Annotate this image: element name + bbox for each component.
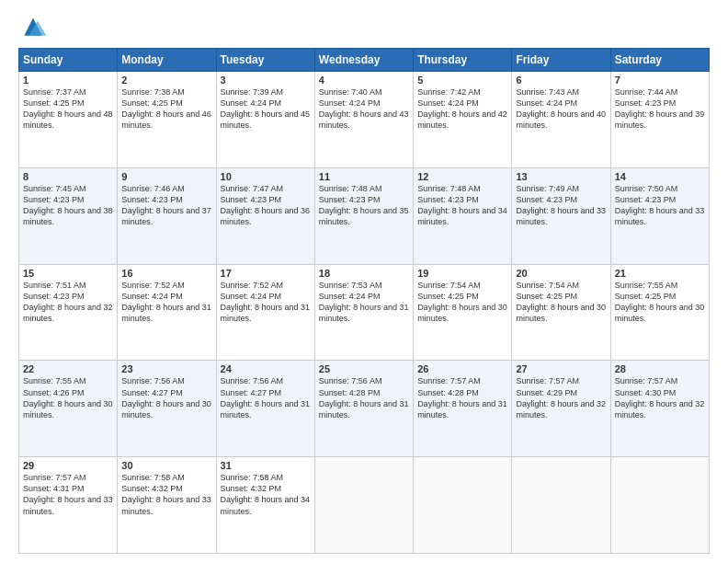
day-info: Sunrise: 7:55 AM Sunset: 4:25 PM Dayligh… bbox=[615, 280, 705, 325]
calendar-cell: 21Sunrise: 7:55 AM Sunset: 4:25 PM Dayli… bbox=[610, 264, 709, 361]
day-number: 18 bbox=[319, 268, 409, 279]
weekday-header-row: SundayMondayTuesdayWednesdayThursdayFrid… bbox=[19, 49, 710, 72]
calendar-week-row: 15Sunrise: 7:51 AM Sunset: 4:23 PM Dayli… bbox=[19, 264, 710, 361]
day-info: Sunrise: 7:57 AM Sunset: 4:28 PM Dayligh… bbox=[417, 375, 507, 420]
calendar-week-row: 1Sunrise: 7:37 AM Sunset: 4:25 PM Daylig… bbox=[19, 72, 710, 168]
calendar-cell: 26Sunrise: 7:57 AM Sunset: 4:28 PM Dayli… bbox=[414, 361, 512, 457]
day-info: Sunrise: 7:52 AM Sunset: 4:24 PM Dayligh… bbox=[121, 280, 211, 325]
weekday-header-wednesday: Wednesday bbox=[314, 49, 413, 72]
day-info: Sunrise: 7:57 AM Sunset: 4:31 PM Dayligh… bbox=[23, 472, 113, 517]
day-info: Sunrise: 7:57 AM Sunset: 4:30 PM Dayligh… bbox=[615, 375, 705, 420]
calendar-cell: 19Sunrise: 7:54 AM Sunset: 4:25 PM Dayli… bbox=[414, 264, 512, 361]
weekday-header-thursday: Thursday bbox=[414, 49, 512, 72]
day-number: 30 bbox=[121, 460, 211, 471]
calendar-cell: 20Sunrise: 7:54 AM Sunset: 4:25 PM Dayli… bbox=[512, 264, 610, 361]
calendar-cell: 10Sunrise: 7:47 AM Sunset: 4:23 PM Dayli… bbox=[216, 167, 314, 264]
calendar-cell: 23Sunrise: 7:56 AM Sunset: 4:27 PM Dayli… bbox=[118, 361, 216, 457]
day-number: 15 bbox=[23, 268, 113, 279]
day-info: Sunrise: 7:56 AM Sunset: 4:28 PM Dayligh… bbox=[319, 375, 409, 420]
calendar-cell: 18Sunrise: 7:53 AM Sunset: 4:24 PM Dayli… bbox=[314, 264, 413, 361]
day-info: Sunrise: 7:46 AM Sunset: 4:23 PM Dayligh… bbox=[121, 183, 211, 228]
day-info: Sunrise: 7:58 AM Sunset: 4:32 PM Dayligh… bbox=[121, 472, 211, 517]
calendar-cell: 8Sunrise: 7:45 AM Sunset: 4:23 PM Daylig… bbox=[19, 167, 118, 264]
calendar-cell: 30Sunrise: 7:58 AM Sunset: 4:32 PM Dayli… bbox=[118, 457, 216, 554]
calendar-cell: 14Sunrise: 7:50 AM Sunset: 4:23 PM Dayli… bbox=[610, 167, 709, 264]
day-number: 7 bbox=[615, 75, 705, 86]
day-info: Sunrise: 7:44 AM Sunset: 4:23 PM Dayligh… bbox=[615, 86, 705, 132]
calendar-cell: 29Sunrise: 7:57 AM Sunset: 4:31 PM Dayli… bbox=[19, 457, 118, 554]
calendar-cell: 12Sunrise: 7:48 AM Sunset: 4:23 PM Dayli… bbox=[414, 167, 512, 264]
calendar-cell: 25Sunrise: 7:56 AM Sunset: 4:28 PM Dayli… bbox=[314, 361, 413, 457]
day-info: Sunrise: 7:57 AM Sunset: 4:29 PM Dayligh… bbox=[516, 375, 606, 420]
day-info: Sunrise: 7:45 AM Sunset: 4:23 PM Dayligh… bbox=[23, 183, 113, 228]
day-number: 19 bbox=[417, 268, 507, 279]
day-info: Sunrise: 7:51 AM Sunset: 4:23 PM Dayligh… bbox=[23, 280, 113, 325]
calendar-table: SundayMondayTuesdayWednesdayThursdayFrid… bbox=[18, 48, 710, 554]
day-info: Sunrise: 7:54 AM Sunset: 4:25 PM Dayligh… bbox=[516, 280, 606, 325]
calendar-cell: 7Sunrise: 7:44 AM Sunset: 4:23 PM Daylig… bbox=[610, 72, 709, 168]
calendar-cell bbox=[414, 457, 512, 554]
calendar-cell bbox=[314, 457, 413, 554]
logo bbox=[18, 15, 51, 40]
calendar-cell: 6Sunrise: 7:43 AM Sunset: 4:24 PM Daylig… bbox=[512, 72, 610, 168]
day-info: Sunrise: 7:48 AM Sunset: 4:23 PM Dayligh… bbox=[319, 183, 409, 228]
header bbox=[18, 15, 710, 40]
day-number: 20 bbox=[516, 268, 606, 279]
day-number: 27 bbox=[516, 363, 606, 374]
calendar-cell: 1Sunrise: 7:37 AM Sunset: 4:25 PM Daylig… bbox=[19, 72, 118, 168]
day-info: Sunrise: 7:52 AM Sunset: 4:24 PM Dayligh… bbox=[221, 280, 311, 325]
day-info: Sunrise: 7:49 AM Sunset: 4:23 PM Dayligh… bbox=[516, 183, 606, 228]
weekday-header-saturday: Saturday bbox=[610, 49, 709, 72]
calendar-cell bbox=[512, 457, 610, 554]
calendar-cell: 24Sunrise: 7:56 AM Sunset: 4:27 PM Dayli… bbox=[216, 361, 314, 457]
page: SundayMondayTuesdayWednesdayThursdayFrid… bbox=[0, 0, 728, 563]
weekday-header-tuesday: Tuesday bbox=[216, 49, 314, 72]
calendar-cell: 31Sunrise: 7:58 AM Sunset: 4:32 PM Dayli… bbox=[216, 457, 314, 554]
day-info: Sunrise: 7:40 AM Sunset: 4:24 PM Dayligh… bbox=[319, 86, 409, 132]
day-number: 3 bbox=[221, 75, 311, 86]
day-info: Sunrise: 7:56 AM Sunset: 4:27 PM Dayligh… bbox=[121, 375, 211, 420]
calendar-cell: 3Sunrise: 7:39 AM Sunset: 4:24 PM Daylig… bbox=[216, 72, 314, 168]
day-number: 11 bbox=[319, 171, 409, 182]
calendar-cell: 4Sunrise: 7:40 AM Sunset: 4:24 PM Daylig… bbox=[314, 72, 413, 168]
logo-icon bbox=[18, 15, 48, 40]
day-info: Sunrise: 7:55 AM Sunset: 4:26 PM Dayligh… bbox=[23, 375, 113, 420]
calendar-cell: 28Sunrise: 7:57 AM Sunset: 4:30 PM Dayli… bbox=[610, 361, 709, 457]
day-number: 25 bbox=[319, 363, 409, 374]
calendar-cell: 17Sunrise: 7:52 AM Sunset: 4:24 PM Dayli… bbox=[216, 264, 314, 361]
day-number: 31 bbox=[221, 460, 311, 471]
day-number: 13 bbox=[516, 171, 606, 182]
day-info: Sunrise: 7:47 AM Sunset: 4:23 PM Dayligh… bbox=[221, 183, 311, 228]
day-number: 17 bbox=[221, 268, 311, 279]
day-info: Sunrise: 7:39 AM Sunset: 4:24 PM Dayligh… bbox=[221, 86, 311, 132]
weekday-header-sunday: Sunday bbox=[19, 49, 118, 72]
calendar-cell bbox=[610, 457, 709, 554]
day-info: Sunrise: 7:50 AM Sunset: 4:23 PM Dayligh… bbox=[615, 183, 705, 228]
day-number: 2 bbox=[121, 75, 211, 86]
day-number: 21 bbox=[615, 268, 705, 279]
day-number: 22 bbox=[23, 363, 113, 374]
day-info: Sunrise: 7:37 AM Sunset: 4:25 PM Dayligh… bbox=[23, 86, 113, 132]
day-number: 6 bbox=[516, 75, 606, 86]
calendar-week-row: 22Sunrise: 7:55 AM Sunset: 4:26 PM Dayli… bbox=[19, 361, 710, 457]
day-number: 23 bbox=[121, 363, 211, 374]
day-info: Sunrise: 7:53 AM Sunset: 4:24 PM Dayligh… bbox=[319, 280, 409, 325]
day-number: 16 bbox=[121, 268, 211, 279]
day-info: Sunrise: 7:43 AM Sunset: 4:24 PM Dayligh… bbox=[516, 86, 606, 132]
day-number: 5 bbox=[417, 75, 507, 86]
day-number: 26 bbox=[417, 363, 507, 374]
weekday-header-friday: Friday bbox=[512, 49, 610, 72]
day-number: 29 bbox=[23, 460, 113, 471]
calendar-week-row: 29Sunrise: 7:57 AM Sunset: 4:31 PM Dayli… bbox=[19, 457, 710, 554]
calendar-week-row: 8Sunrise: 7:45 AM Sunset: 4:23 PM Daylig… bbox=[19, 167, 710, 264]
day-info: Sunrise: 7:58 AM Sunset: 4:32 PM Dayligh… bbox=[221, 472, 311, 517]
day-number: 28 bbox=[615, 363, 705, 374]
day-info: Sunrise: 7:56 AM Sunset: 4:27 PM Dayligh… bbox=[221, 375, 311, 420]
day-number: 24 bbox=[221, 363, 311, 374]
day-number: 4 bbox=[319, 75, 409, 86]
day-number: 12 bbox=[417, 171, 507, 182]
day-info: Sunrise: 7:48 AM Sunset: 4:23 PM Dayligh… bbox=[417, 183, 507, 228]
day-number: 10 bbox=[221, 171, 311, 182]
calendar-cell: 22Sunrise: 7:55 AM Sunset: 4:26 PM Dayli… bbox=[19, 361, 118, 457]
day-info: Sunrise: 7:38 AM Sunset: 4:25 PM Dayligh… bbox=[121, 86, 211, 132]
